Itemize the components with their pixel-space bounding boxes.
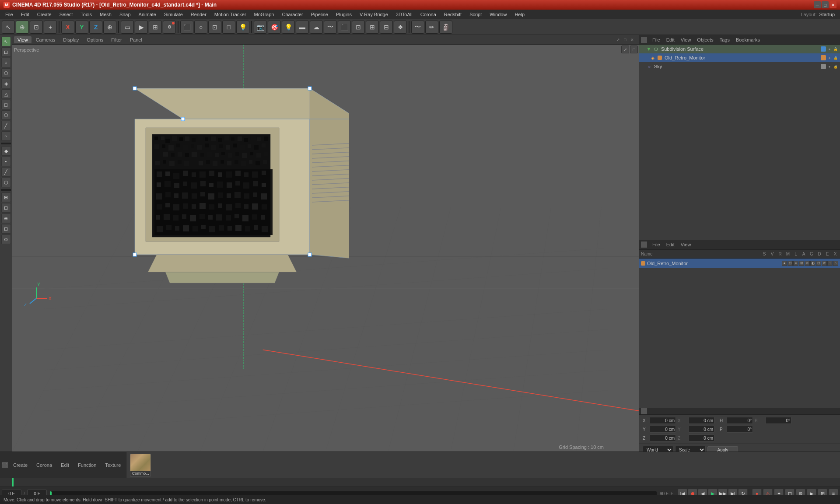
poly-pen-tool[interactable]: ◻	[1, 100, 11, 109]
playhead-marker[interactable]	[12, 478, 14, 486]
select-tool-button[interactable]: ⊕	[16, 21, 29, 34]
instance-button[interactable]: ❖	[394, 21, 407, 34]
scale-tool-button[interactable]: +	[44, 21, 57, 34]
array-button[interactable]: ⊞	[366, 21, 379, 34]
menu-mograph[interactable]: MoGraph	[251, 11, 278, 18]
render-active-view-button[interactable]: ▶	[135, 21, 148, 34]
cube-button[interactable]: ⬛	[180, 21, 193, 34]
bool-button[interactable]: ⊟	[380, 21, 393, 34]
om-tab-bookmarks[interactable]: Bookmarks	[733, 36, 763, 43]
mat-ctrl-r[interactable]: ≡	[793, 261, 798, 266]
viewport[interactable]: View Cameras Display Options Filter Pane…	[12, 35, 639, 452]
magnet-tool[interactable]: ╱	[1, 121, 11, 130]
knife-tool[interactable]: ⬡	[1, 68, 11, 78]
spline-button[interactable]: 〜	[324, 21, 337, 34]
menu-select[interactable]: Select	[56, 11, 77, 18]
viewport-tab-cameras[interactable]: Cameras	[32, 36, 59, 43]
polygon-mode[interactable]: ⬡	[1, 178, 11, 187]
viewport-control-maximize[interactable]: □	[622, 37, 628, 43]
menu-render[interactable]: Render	[187, 11, 210, 18]
object-row-subdivision[interactable]: ▼ ⬡ Subdivision Surface ● 🔒	[639, 45, 840, 53]
mat-ctrl-e[interactable]: ↑	[827, 261, 833, 266]
mat-tab-corona[interactable]: Corona	[33, 462, 56, 469]
cylinder-button[interactable]: ⊡	[208, 21, 221, 34]
om-tab-view[interactable]: View	[678, 36, 694, 43]
y-size-input[interactable]	[688, 426, 714, 433]
mat-ctrl-a[interactable]: ◐	[810, 261, 816, 266]
sky-color-chip[interactable]	[821, 64, 826, 69]
menu-snap[interactable]: Snap	[116, 11, 134, 18]
floor-button[interactable]: ▬	[296, 21, 309, 34]
menu-vray[interactable]: V-Ray Bridge	[356, 11, 392, 18]
z-size-input[interactable]	[688, 434, 714, 441]
minimize-button[interactable]: ─	[814, 1, 821, 8]
monitor-color-chip[interactable]	[658, 56, 662, 60]
subdiv-lock-icon[interactable]: 🔒	[833, 46, 838, 52]
lights-button[interactable]: 💡	[282, 21, 295, 34]
edit-render-settings-button[interactable]: ⚙	[163, 21, 176, 34]
render-region-button[interactable]: ▭	[121, 21, 134, 34]
viewport-tab-filter[interactable]: Filter	[108, 36, 125, 43]
model-mode[interactable]: ◆	[1, 146, 11, 156]
mat-tab-function[interactable]: Function	[74, 462, 100, 469]
menu-pipeline[interactable]: Pipeline	[308, 11, 332, 18]
mat-ctrl-v[interactable]: ⊡	[788, 261, 793, 266]
menu-plugins[interactable]: Plugins	[332, 11, 355, 18]
menu-file[interactable]: File	[2, 11, 17, 18]
extrude-tool[interactable]: △	[1, 89, 11, 99]
target-camera-button[interactable]: 🎯	[268, 21, 281, 34]
mm-tab-file[interactable]: File	[650, 241, 663, 248]
z-position-input[interactable]	[650, 434, 676, 441]
menu-script[interactable]: Script	[466, 11, 485, 18]
coord-panel-handle[interactable]: ⋮⋮	[641, 408, 647, 414]
viewport-control-expand[interactable]: ⤢	[615, 37, 621, 43]
select-tool[interactable]: ⊡	[1, 47, 11, 57]
plane-button[interactable]: □	[222, 21, 235, 34]
brush-tool[interactable]: ⬡	[1, 110, 11, 120]
mm-tab-edit[interactable]: Edit	[664, 241, 677, 248]
om-tab-file[interactable]: File	[650, 36, 663, 43]
menu-motion-tracker[interactable]: Motion Tracker	[211, 11, 250, 18]
subdiv-expand-icon[interactable]: ▼	[646, 46, 651, 52]
om-tab-edit[interactable]: Edit	[664, 36, 677, 43]
viewport-tab-options[interactable]: Options	[83, 36, 107, 43]
monitor-color-box[interactable]	[821, 55, 826, 60]
viewport-tab-display[interactable]: Display	[60, 36, 82, 43]
x-axis-button[interactable]: X	[61, 21, 74, 34]
z-axis-button[interactable]: Z	[89, 21, 102, 34]
light-button[interactable]: 💡	[236, 21, 249, 34]
mat-ctrl-m[interactable]: ⊞	[799, 261, 804, 266]
smooth-tool[interactable]: ~	[1, 131, 11, 141]
panel-drag-handle-2[interactable]: ⋮⋮	[641, 242, 647, 248]
viewport-tab-view[interactable]: View	[14, 36, 32, 43]
p-rotation-input[interactable]	[727, 426, 753, 433]
workplane-tool[interactable]: ⊟	[1, 224, 11, 234]
mat-ctrl-s[interactable]: ●	[782, 261, 787, 266]
viewport-view-icon[interactable]: □	[630, 46, 638, 53]
menu-tools[interactable]: Tools	[77, 11, 95, 18]
snap-tool[interactable]: ⊙	[1, 234, 11, 244]
subdiv-vis-icon[interactable]: ●	[827, 46, 832, 52]
material-thumb-common[interactable]: Commo...	[130, 454, 151, 476]
monitor-lock-icon[interactable]: 🔒	[833, 55, 838, 60]
render-all-button[interactable]: ⊞	[149, 21, 162, 34]
bridge-tool[interactable]: ◈	[1, 79, 11, 88]
move-tool[interactable]: ↖	[1, 37, 11, 46]
menu-redshift[interactable]: Redshift	[441, 11, 465, 18]
material-row-monitor[interactable]: Old_Retro_Monitor ● ⊡ ≡ ⊞ ✕ ◐ ⊡ ⟳ ↑ ⌂	[639, 259, 840, 268]
menu-3dtoall[interactable]: 3DToAll	[392, 11, 416, 18]
enable-axis[interactable]: ⊕	[1, 214, 11, 223]
texture-mode[interactable]: ⊞	[1, 192, 11, 202]
sculpt-button[interactable]: 🗿	[439, 21, 452, 34]
move-tool-button[interactable]: ↖	[2, 21, 15, 34]
menu-edit[interactable]: Edit	[18, 11, 33, 18]
menu-window[interactable]: Window	[486, 11, 510, 18]
monitor-vis-icon[interactable]: ●	[827, 55, 832, 60]
extrude-button[interactable]: ⬛	[338, 21, 351, 34]
rotate-tool-button[interactable]: ⊡	[30, 21, 43, 34]
axis-center-button[interactable]: ⊕	[103, 21, 116, 34]
viewport-expand-icon[interactable]: ⤢	[621, 46, 629, 53]
om-tab-tags[interactable]: Tags	[717, 36, 732, 43]
mat-ctrl-x[interactable]: ⌂	[833, 261, 838, 266]
point-mode[interactable]: •	[1, 157, 11, 166]
